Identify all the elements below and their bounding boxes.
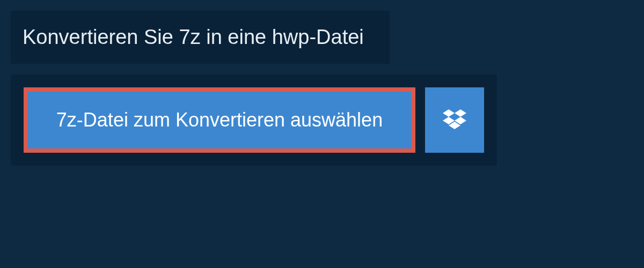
select-file-label: 7z-Datei zum Konvertieren auswählen <box>56 109 383 131</box>
page-title: Konvertieren Sie 7z in eine hwp-Datei <box>23 26 364 48</box>
select-file-button[interactable]: 7z-Datei zum Konvertieren auswählen <box>24 87 415 153</box>
dropbox-icon <box>443 109 466 131</box>
button-panel: 7z-Datei zum Konvertieren auswählen <box>11 75 497 166</box>
title-bar: Konvertieren Sie 7z in eine hwp-Datei <box>11 11 390 64</box>
dropbox-button[interactable] <box>425 87 484 153</box>
main-container: Konvertieren Sie 7z in eine hwp-Datei 7z… <box>0 0 644 176</box>
